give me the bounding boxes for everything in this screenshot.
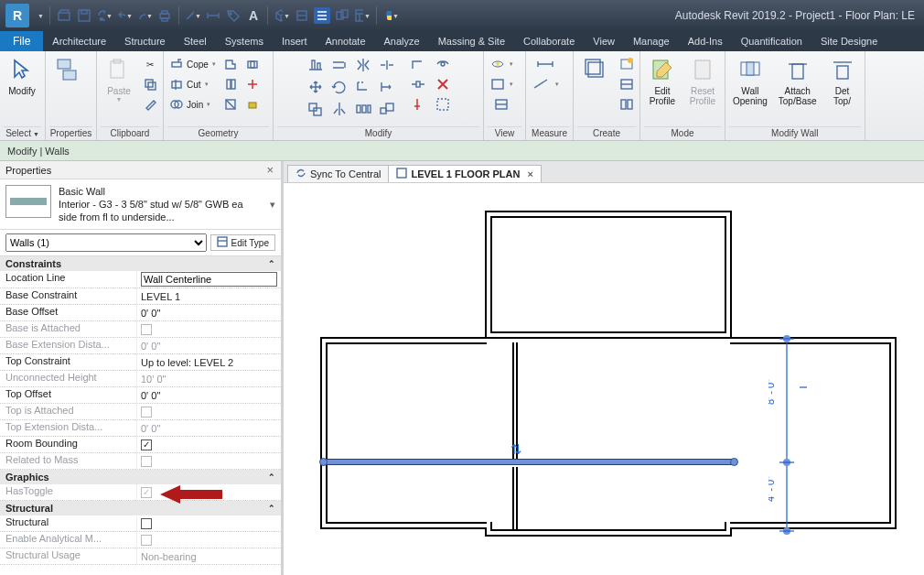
geom4-button[interactable] <box>243 55 262 73</box>
room-bounding-check[interactable] <box>141 439 152 450</box>
mirror-pick-button[interactable] <box>328 99 350 119</box>
undo-icon[interactable]: ▼ <box>116 7 133 24</box>
copy-clipboard-button[interactable] <box>141 75 159 93</box>
text-icon[interactable]: A <box>245 7 262 24</box>
create2-button[interactable] <box>618 75 636 93</box>
dimension-icon[interactable] <box>205 7 221 24</box>
open-icon[interactable] <box>56 7 72 24</box>
tab-view[interactable]: View <box>584 31 624 51</box>
attach-button[interactable]: Attach Top/Base <box>775 53 821 108</box>
align-button[interactable] <box>305 55 327 75</box>
base-constraint-value[interactable]: LEVEL 1 <box>137 288 281 304</box>
close-icon[interactable]: × <box>264 163 275 177</box>
wall-endpoint-left[interactable] <box>319 458 328 466</box>
python-icon[interactable]: ▼ <box>382 7 399 24</box>
tag-icon[interactable] <box>225 7 242 24</box>
chevron-down-icon[interactable]: ▾ <box>270 199 275 211</box>
rotate-button[interactable] <box>328 77 350 97</box>
tab-manage[interactable]: Manage <box>624 31 679 51</box>
tab-architecture[interactable]: Architecture <box>43 31 115 51</box>
geom3-button[interactable] <box>221 95 240 114</box>
type-properties-button[interactable] <box>49 53 86 114</box>
top-constraint-value[interactable]: Up to level: LEVEL 2 <box>137 354 281 370</box>
paste-button[interactable]: Paste ▼ <box>101 53 137 104</box>
close-views-icon[interactable] <box>334 7 350 24</box>
mirror-axis-button[interactable] <box>352 55 374 75</box>
top-offset-value[interactable]: 0' 0" <box>137 387 281 403</box>
create3-button[interactable] <box>618 95 636 114</box>
group-structural[interactable]: Structural⌃ <box>0 501 281 515</box>
delete-button[interactable] <box>433 75 453 93</box>
base-offset-value[interactable]: 0' 0" <box>137 305 281 320</box>
location-line-input[interactable] <box>141 272 277 287</box>
flip-control-icon[interactable]: ⇅ <box>510 441 522 458</box>
hide-button[interactable]: ▾ <box>488 55 515 73</box>
close-tab-icon[interactable]: × <box>527 168 532 179</box>
copy-button[interactable] <box>305 99 327 119</box>
temp-dimension[interactable]: 8' - 0" 4' - 0" <box>768 330 842 549</box>
measure-icon[interactable]: ▼ <box>185 7 201 24</box>
geom2-button[interactable] <box>221 75 240 93</box>
modify-button[interactable]: Modify <box>4 53 40 98</box>
override-button[interactable]: ▾ <box>488 75 515 93</box>
wall-opening-button[interactable]: Wall Opening <box>729 53 771 108</box>
structural-check[interactable] <box>141 518 152 529</box>
drawing-canvas[interactable]: ⇅ 8' - 0" 4' - 0" <box>284 183 924 575</box>
geom1-button[interactable] <box>221 55 240 73</box>
unpin-button[interactable] <box>433 55 453 73</box>
group-constraints[interactable]: Constraints⌃ <box>0 256 281 271</box>
move-button[interactable] <box>305 77 327 97</box>
tab-structure[interactable]: Structure <box>115 31 175 51</box>
extend-button[interactable] <box>376 77 398 97</box>
save-icon[interactable] <box>76 7 92 24</box>
file-tab[interactable]: File <box>0 31 43 51</box>
section-icon[interactable] <box>294 7 310 24</box>
split-button[interactable] <box>376 55 398 75</box>
scale-button[interactable] <box>376 99 398 119</box>
corner-trim-button[interactable] <box>407 55 429 73</box>
group-button[interactable] <box>433 95 453 114</box>
cope-button[interactable]: Cope▾ <box>167 55 218 73</box>
measure-button[interactable]: ▾ <box>530 75 561 93</box>
tab-collaborate[interactable]: Collaborate <box>514 31 584 51</box>
offset-button[interactable] <box>328 55 350 75</box>
tab-sitedesigner[interactable]: Site Designe <box>811 31 886 51</box>
redo-icon[interactable]: ▼ <box>136 7 153 24</box>
array-button[interactable] <box>352 99 374 119</box>
app-menu-dropdown[interactable]: ▼ <box>38 13 44 19</box>
tab-analyze[interactable]: Analyze <box>375 31 429 51</box>
tab-quantification[interactable]: Quantification <box>732 31 811 51</box>
group-graphics[interactable]: Graphics⌃ <box>0 470 281 484</box>
create-similar-button[interactable] <box>577 53 614 88</box>
create1-button[interactable] <box>618 55 636 73</box>
sync-icon[interactable]: ▼ <box>96 7 113 24</box>
floorplan-tab[interactable]: LEVEL 1 FLOOR PLAN × <box>388 165 541 182</box>
thin-lines-icon[interactable] <box>314 7 330 24</box>
sync-tab[interactable]: Sync To Central <box>287 165 389 182</box>
geom5-button[interactable] <box>243 75 262 93</box>
detach-button[interactable]: Det Top/ <box>824 53 861 108</box>
edit-type-button[interactable]: Edit Type <box>210 234 275 251</box>
displace-button[interactable] <box>491 95 511 114</box>
type-selector[interactable]: Basic Wall Interior - G3 - 3 5/8" stud w… <box>0 179 281 230</box>
tab-annotate[interactable]: Annotate <box>316 31 374 51</box>
tab-systems[interactable]: Systems <box>216 31 273 51</box>
pin-button[interactable] <box>407 95 429 114</box>
revit-logo-icon[interactable]: R <box>5 4 29 27</box>
geom6-button[interactable] <box>243 95 262 114</box>
wall-endpoint-right[interactable] <box>730 458 738 466</box>
cut-clipboard-button[interactable]: ✂ <box>141 55 159 73</box>
matchtype-button[interactable] <box>141 95 159 114</box>
tab-insert[interactable]: Insert <box>273 31 317 51</box>
print-icon[interactable] <box>156 7 173 24</box>
aligned-dim-button[interactable] <box>533 55 557 73</box>
tab-massing[interactable]: Massing & Site <box>429 31 514 51</box>
cut-geom-button[interactable]: Cut▾ <box>167 75 218 93</box>
tab-addins[interactable]: Add-Ins <box>679 31 732 51</box>
tab-steel[interactable]: Steel <box>175 31 216 51</box>
edit-profile-button[interactable]: Edit Profile <box>644 53 681 108</box>
trim-button[interactable] <box>352 77 374 97</box>
split-gap-button[interactable] <box>407 75 429 93</box>
join-button[interactable]: Join▾ <box>167 95 218 114</box>
default3d-icon[interactable]: ▼ <box>274 7 290 24</box>
